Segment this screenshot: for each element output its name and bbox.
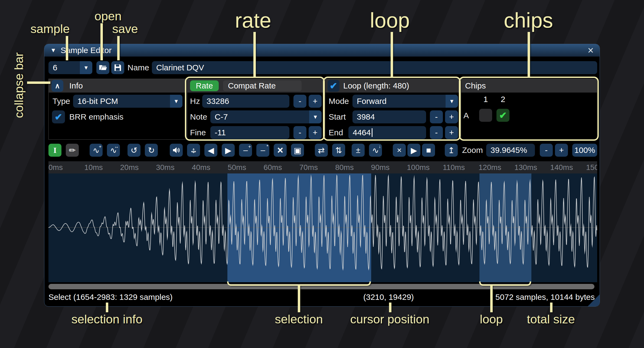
minus-icon: - (545, 146, 548, 155)
close-icon[interactable]: × (588, 44, 594, 57)
annotation-selection-line (298, 285, 300, 312)
undo-button[interactable]: ↺ (128, 144, 140, 157)
chevron-up-icon: ∧ (55, 82, 60, 90)
zoom-minus-button[interactable]: - (540, 144, 553, 157)
check-icon: ✔ (55, 111, 63, 122)
chevron-down-icon[interactable]: ▼ (80, 61, 92, 74)
annotation-rate-outline (185, 77, 325, 141)
type-dropdown[interactable]: 16-bit PCM ▼ (73, 95, 182, 108)
resize-button[interactable]: ∿+ (90, 144, 103, 157)
zoom-reset-label: 100% (574, 146, 595, 155)
wave-stretch-icon-modifier: ↔ (114, 144, 119, 149)
arrows-cross-icon-overlay: ↕ (187, 144, 200, 157)
reverse-button[interactable]: ⇄ (315, 144, 328, 157)
speaker-icon (172, 146, 181, 155)
timeline-tick: 90ms (371, 161, 390, 173)
annotation-loop-bracket (479, 281, 531, 286)
timeline-tick: 0ms (48, 161, 63, 173)
draw-mode-button[interactable]: ✏ (66, 144, 79, 157)
floppy-disk-icon (113, 63, 122, 72)
delete-button[interactable]: × (274, 144, 287, 157)
timeline-tick: 40ms (192, 161, 210, 173)
name-value: Clarinet DQV (156, 63, 204, 72)
window-titlebar[interactable]: ▼ Sample Editor (44, 44, 600, 57)
timeline-tick: 150ms (586, 161, 597, 173)
filter-button[interactable]: ∿↓ (369, 144, 382, 157)
timeline-tick: 50ms (228, 161, 246, 173)
info-collapse-button[interactable]: ∧ (51, 80, 63, 92)
name-input[interactable]: Clarinet DQV (152, 61, 597, 74)
annotation-cursor-position-label: cursor position (350, 312, 430, 326)
preview-button[interactable]: ▶ (407, 144, 420, 157)
redo-button[interactable]: ↻ (145, 144, 158, 157)
make-instrument-button[interactable]: ↥ (445, 144, 458, 157)
undo-icon: ↺ (130, 146, 137, 155)
ibeam-cursor-icon: I (53, 146, 57, 155)
annotation-open-line (100, 23, 103, 60)
line-star-icon: – (261, 146, 265, 155)
fade-in-icon: ◀ (208, 146, 214, 155)
crossfade-button[interactable]: × (393, 144, 406, 157)
annotation-save-label: save (112, 22, 138, 36)
name-label: Name (128, 63, 149, 72)
invert-button[interactable]: ⇅ (332, 144, 345, 157)
annotation-loop-line (391, 32, 393, 77)
save-button[interactable] (111, 61, 124, 74)
timeline-tick: 60ms (263, 161, 282, 173)
adjust-sign-button[interactable]: ± (352, 144, 365, 157)
annotation-sample-line (66, 36, 68, 60)
timeline-tick: 20ms (120, 161, 139, 173)
invert-arrows-icon: ⇅ (335, 146, 342, 155)
zoom-plus-button[interactable]: + (555, 144, 568, 157)
sample-index-dropdown[interactable]: 6 ▼ (48, 61, 92, 74)
line-plus-icon: – (243, 146, 248, 155)
annotation-selection-info-line (106, 303, 108, 312)
annotation-loop-label: loop (370, 8, 410, 33)
screenshot-stage: ▼ Sample Editor × 6 ▼ Name Clarinet DQV … (0, 0, 644, 348)
waveform-canvas[interactable] (48, 173, 597, 282)
pencil-icon: ✏ (69, 146, 76, 155)
window-collapse-icon[interactable]: ▼ (50, 47, 56, 54)
annotation-rate-line (253, 32, 256, 77)
annotation-save-line (117, 36, 120, 60)
upload-icon: ↥ (448, 146, 455, 155)
timeline-tick: 30ms (156, 161, 174, 173)
trim-button[interactable]: ▣ (291, 144, 304, 157)
timeline-tick: 130ms (514, 161, 537, 173)
stop-button[interactable]: ■ (422, 144, 435, 157)
info-section: ∧ Info Type 16-bit PCM ▼ ✔ BRR emphasis (48, 79, 187, 140)
fade-out-icon: ▶ (225, 146, 231, 155)
annotation-total-size-line (550, 303, 553, 312)
zoom-label: Zoom (462, 146, 483, 155)
resample-button[interactable]: ∿↔ (107, 144, 120, 157)
amplify-button[interactable] (170, 144, 183, 157)
zoom-reset-button[interactable]: 100% (572, 144, 597, 157)
brr-emphasis-label: BRR emphasis (69, 112, 123, 122)
chevron-down-icon[interactable]: ▼ (170, 95, 182, 108)
wave-filter-icon: ∿ (372, 146, 379, 155)
line-plus-icon-modifier: + (248, 144, 251, 149)
annotation-collapse-bar-line (27, 81, 50, 84)
cross-curves-icon: × (397, 146, 402, 155)
fade-out-button[interactable]: ▶ (222, 144, 235, 157)
select-mode-button[interactable]: I (48, 144, 61, 157)
timeline-ruler[interactable]: 0ms10ms20ms30ms40ms50ms60ms70ms80ms90ms1… (48, 161, 597, 173)
timeline-tick: 110ms (443, 161, 465, 173)
annotation-cursor-position-line (389, 303, 391, 312)
zoom-input[interactable]: 39.9645% (486, 144, 535, 157)
insert-silence-button[interactable]: –+ (239, 144, 252, 157)
timeline-tick: 140ms (550, 161, 573, 173)
stop-icon: ■ (426, 146, 431, 155)
folder-open-icon (99, 63, 107, 72)
selection-info-status: Select (1654-2983: 1329 samples) (48, 293, 173, 302)
fade-in-button[interactable]: ◀ (204, 144, 217, 157)
annotation-loop-bottom-label: loop (480, 312, 503, 326)
resize-grip[interactable] (588, 294, 600, 306)
timeline-tick: 120ms (479, 161, 501, 173)
apply-silence-button[interactable]: –* (256, 144, 269, 157)
normalize-button[interactable]: ↔↕ (187, 144, 200, 157)
brr-emphasis-checkbox[interactable]: ✔ (52, 110, 65, 123)
timeline-tick: 70ms (299, 161, 318, 173)
open-button[interactable] (96, 61, 109, 74)
redo-icon: ↻ (148, 146, 155, 155)
